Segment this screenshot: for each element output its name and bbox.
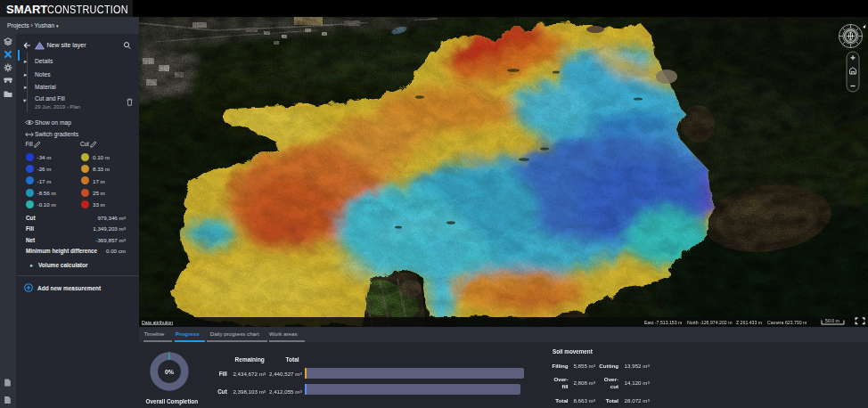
svg-text:East -7,513.153 m: East -7,513.153 m (644, 320, 682, 325)
svg-text:North -126,974.202 m: North -126,974.202 m (687, 320, 732, 325)
svg-text:Camera 623.730 m: Camera 623.730 m (767, 320, 807, 325)
svg-text:50.0 m: 50.0 m (825, 318, 839, 323)
svg-text:Data attribution: Data attribution (142, 320, 173, 325)
svg-text:Z 261.433 m: Z 261.433 m (736, 320, 762, 325)
